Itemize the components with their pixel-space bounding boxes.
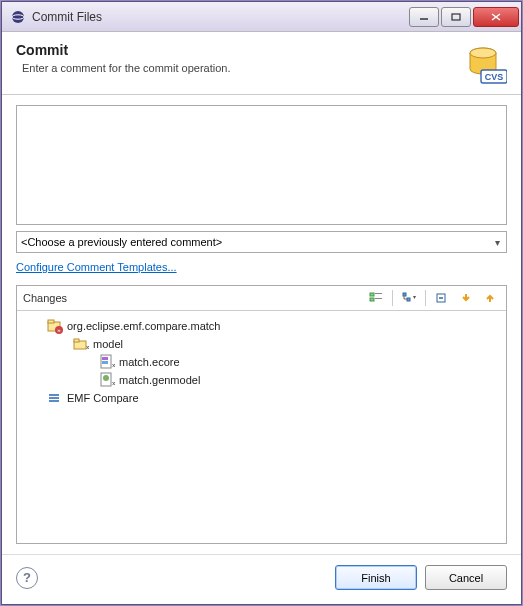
svg-rect-22 <box>48 320 54 323</box>
tree-item-workingset[interactable]: EMF Compare <box>21 389 502 407</box>
eclipse-icon <box>10 9 26 25</box>
svg-rect-36 <box>49 397 59 399</box>
tree-item-folder[interactable]: » model <box>21 335 502 353</box>
help-icon[interactable]: ? <box>16 567 38 589</box>
svg-point-7 <box>470 48 496 58</box>
toolbar-separator <box>425 290 426 306</box>
tree-item-file[interactable]: » match.genmodel <box>21 371 502 389</box>
flat-list-icon[interactable] <box>366 289 386 307</box>
ecore-file-icon: » <box>99 354 115 370</box>
changes-toolbar: ▾ <box>366 289 500 307</box>
cancel-button[interactable]: Cancel <box>425 565 507 590</box>
configure-templates-link[interactable]: Configure Comment Templates... <box>16 261 507 273</box>
genmodel-file-icon: » <box>99 372 115 388</box>
dialog-body: <Choose a previously entered comment> Co… <box>2 95 521 554</box>
tree-item-label: org.eclipse.emf.compare.match <box>67 320 220 332</box>
finish-button[interactable]: Finish <box>335 565 417 590</box>
svg-rect-10 <box>370 293 374 296</box>
svg-point-33 <box>103 375 109 381</box>
tree-item-label: match.genmodel <box>119 374 200 386</box>
svg-text:CVS: CVS <box>485 72 504 82</box>
window-title: Commit Files <box>32 10 407 24</box>
folder-decorated-icon: » <box>73 336 89 352</box>
changes-tree[interactable]: » org.eclipse.emf.compare.match » model … <box>17 311 506 543</box>
arrow-up-icon[interactable] <box>480 289 500 307</box>
svg-rect-29 <box>102 357 108 360</box>
titlebar: Commit Files <box>2 2 521 32</box>
svg-rect-30 <box>102 361 108 364</box>
tree-mode-icon[interactable]: ▾ <box>399 289 419 307</box>
tree-item-file[interactable]: » match.ecore <box>21 353 502 371</box>
svg-point-0 <box>12 11 24 23</box>
svg-rect-35 <box>49 394 59 396</box>
previous-comment-selected: <Choose a previously entered comment> <box>21 236 222 248</box>
svg-text:▾: ▾ <box>413 294 416 300</box>
tree-item-label: match.ecore <box>119 356 180 368</box>
toolbar-separator <box>392 290 393 306</box>
changes-header: Changes ▾ <box>17 286 506 311</box>
svg-rect-11 <box>375 293 382 294</box>
changes-label: Changes <box>23 292 366 304</box>
svg-rect-26 <box>74 339 79 342</box>
header-title: Commit <box>16 42 465 58</box>
tree-item-label: model <box>93 338 123 350</box>
svg-rect-3 <box>452 14 460 20</box>
minimize-button[interactable] <box>409 7 439 27</box>
svg-rect-15 <box>407 298 410 301</box>
header-text: Commit Enter a comment for the commit op… <box>16 42 465 74</box>
header-subtitle: Enter a comment for the commit operation… <box>16 62 465 74</box>
footer: ? Finish Cancel <box>2 554 521 604</box>
collapse-all-icon[interactable] <box>432 289 452 307</box>
svg-text:»: » <box>86 344 89 351</box>
previous-comment-dropdown[interactable]: <Choose a previously entered comment> <box>16 231 507 253</box>
changes-panel: Changes ▾ » org.eclipse.emf.compare.matc… <box>16 285 507 544</box>
window-buttons <box>407 7 519 27</box>
tree-item-project[interactable]: » org.eclipse.emf.compare.match <box>21 317 502 335</box>
tree-item-label: EMF Compare <box>67 392 139 404</box>
svg-rect-12 <box>370 298 374 301</box>
svg-rect-37 <box>49 400 59 402</box>
svg-text:»: » <box>112 362 115 369</box>
maximize-button[interactable] <box>441 7 471 27</box>
dialog-window: Commit Files Commit Enter a comment for … <box>1 1 522 605</box>
project-decorated-icon: » <box>47 318 63 334</box>
svg-rect-14 <box>403 293 406 296</box>
commit-comment-input[interactable] <box>16 105 507 225</box>
svg-rect-13 <box>375 298 382 299</box>
close-button[interactable] <box>473 7 519 27</box>
header: Commit Enter a comment for the commit op… <box>2 32 521 95</box>
arrow-down-icon[interactable] <box>456 289 476 307</box>
workingset-icon <box>47 390 63 406</box>
cvs-repository-icon: CVS <box>465 42 507 84</box>
svg-text:»: » <box>112 380 115 387</box>
